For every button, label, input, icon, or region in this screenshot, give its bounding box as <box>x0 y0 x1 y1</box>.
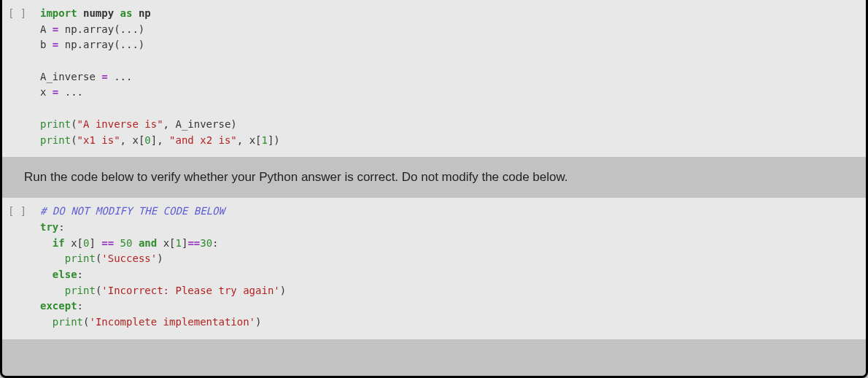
builtin-print: print <box>65 285 96 296</box>
num-literal: 50 <box>120 237 133 249</box>
code-part: , x[ <box>120 134 145 146</box>
markdown-text: Run the code below to verify whether you… <box>24 170 568 184</box>
code-editor-2[interactable]: # DO NOT MODIFY THE CODE BELOW try: if x… <box>40 202 860 335</box>
paren-close: ) <box>280 285 286 296</box>
code-part: x[ <box>157 237 175 249</box>
keyword-try: try <box>40 221 58 233</box>
paren-open: ( <box>71 118 77 130</box>
paren-close: ) <box>255 316 261 328</box>
paren-open: ( <box>71 134 77 146</box>
builtin-print: print <box>40 118 71 130</box>
keyword-except: except <box>40 300 77 312</box>
string-literal: 'Incomplete implementation' <box>89 316 255 328</box>
num-literal: 30 <box>200 237 212 249</box>
keyword-if: if <box>53 237 65 249</box>
op-eqeq: == <box>101 237 114 249</box>
builtin-print: print <box>40 134 71 146</box>
cell-prompt-2[interactable]: [ ] <box>8 202 40 335</box>
code-part: ], <box>151 134 169 146</box>
var-A: A <box>40 23 53 35</box>
keyword-import: import <box>40 7 77 19</box>
code-cell-2[interactable]: [ ] # DO NOT MODIFY THE CODE BELOW try: … <box>2 198 866 339</box>
notebook: [ ] import numpy as np A = np.array(...)… <box>2 0 866 339</box>
expr-A: np.array(...) <box>58 23 144 35</box>
space <box>114 237 120 249</box>
string-literal: "x1 is" <box>77 134 120 146</box>
string-literal: 'Success' <box>101 252 157 264</box>
builtin-print: print <box>65 252 96 264</box>
paren-close: ) <box>157 252 163 264</box>
var-x: x <box>40 86 53 98</box>
code-part: ] <box>89 237 101 249</box>
var-Ainv: A_inverse <box>40 71 101 82</box>
arg-rest: , A_inverse) <box>163 118 237 130</box>
comment: # DO NOT MODIFY THE CODE BELOW <box>40 205 225 217</box>
alias-np: np <box>139 7 151 19</box>
builtin-print: print <box>53 316 83 328</box>
num-literal: 1 <box>176 237 182 249</box>
op-eqeq: == <box>187 237 200 249</box>
expr-x: ... <box>58 86 83 98</box>
string-literal: "and x2 is" <box>169 134 237 146</box>
cell-prompt-1[interactable]: [ ] <box>8 4 40 153</box>
expr-b: np.array(...) <box>58 39 144 50</box>
colon: : <box>77 300 83 312</box>
colon: : <box>58 221 64 233</box>
keyword-and: and <box>139 237 157 249</box>
markdown-cell[interactable]: Run the code below to verify whether you… <box>2 157 866 198</box>
code-part: x[ <box>65 237 83 249</box>
num-literal: 1 <box>262 134 268 146</box>
colon: : <box>212 237 218 249</box>
num-literal: 0 <box>144 134 150 146</box>
code-part: ]) <box>268 134 280 146</box>
module-numpy: numpy <box>83 7 114 19</box>
var-b: b <box>40 39 53 50</box>
keyword-as: as <box>120 7 133 19</box>
code-editor-1[interactable]: import numpy as np A = np.array(...) b =… <box>40 4 860 153</box>
string-literal: 'Incorrect: Please try again' <box>101 285 279 296</box>
code-part: , x[ <box>237 134 262 146</box>
code-cell-1[interactable]: [ ] import numpy as np A = np.array(...)… <box>2 0 866 157</box>
expr-Ainv: ... <box>108 71 133 82</box>
string-literal: "A inverse is" <box>77 118 163 130</box>
space <box>132 237 138 249</box>
op-assign: = <box>101 71 107 82</box>
keyword-else: else <box>53 269 77 280</box>
colon: : <box>77 269 83 280</box>
